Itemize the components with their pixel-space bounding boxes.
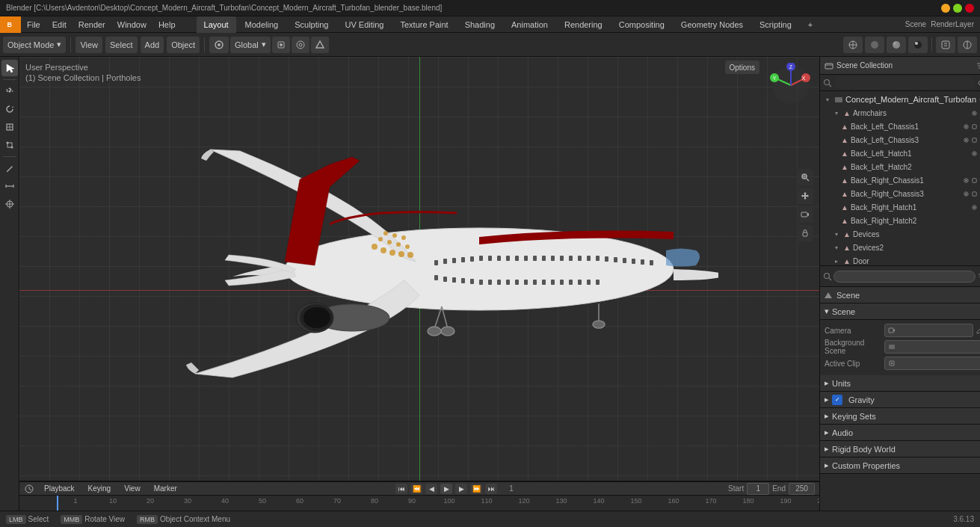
list-item[interactable]: ▸ ▲ Door [820, 254, 980, 265]
menu-window[interactable]: Window [111, 16, 152, 33]
vis-icon[interactable] [971, 150, 978, 157]
collection-root-item[interactable]: ▾ Concept_Modern_Aircraft_Turbofan [820, 93, 980, 106]
menu-help[interactable]: Help [152, 16, 182, 33]
tab-uv-editing[interactable]: UV Editing [337, 16, 391, 33]
render-icon[interactable] [971, 123, 978, 130]
item-toggle[interactable]: ▾ [832, 229, 841, 238]
close-button[interactable] [965, 4, 974, 13]
solid-btn[interactable] [865, 37, 884, 53]
gravity-checkbox[interactable]: ✓ [832, 395, 842, 405]
vis-icon[interactable] [971, 110, 978, 117]
render-icon[interactable] [971, 137, 978, 144]
props-filter-icon[interactable] [977, 272, 980, 281]
tab-texture-paint[interactable]: Texture Paint [392, 16, 455, 33]
camera-value[interactable] [884, 324, 973, 337]
timeline-body[interactable]: 1 10 20 30 40 50 60 70 80 90 100 110 [19, 496, 819, 511]
gizmo-btn[interactable] [958, 37, 977, 53]
menu-file[interactable]: File [21, 16, 46, 33]
section-rigid-body[interactable]: ▸ Rigid Body World [820, 441, 980, 457]
overlay-btn[interactable] [936, 37, 955, 53]
select-menu[interactable]: Select [105, 37, 138, 53]
render-icon[interactable] [971, 191, 978, 197]
vis-icon[interactable] [963, 191, 970, 197]
maximize-button[interactable] [953, 4, 962, 13]
list-item[interactable]: ▲ Back_Left_Hatch2 [820, 160, 980, 173]
tool-cursor[interactable] [1, 196, 18, 212]
keying-menu[interactable]: Keying [84, 482, 115, 496]
prev-frame-btn[interactable]: ◀ [425, 484, 437, 494]
collection-search-input[interactable] [834, 77, 975, 89]
jump-start-btn[interactable]: ⏮ [395, 484, 407, 494]
list-item[interactable]: ▲ Back_Right_Hatch2 [820, 214, 980, 227]
root-toggle[interactable]: ▾ [823, 95, 832, 104]
add-menu[interactable]: Add [141, 37, 164, 53]
play-btn[interactable]: ▶ [440, 484, 452, 494]
section-gravity[interactable]: ▸ ✓ Gravity [820, 392, 980, 408]
list-item[interactable]: ▾ ▲ Armchairs [820, 106, 980, 120]
list-item[interactable]: ▲ Back_Left_Chassis3 [820, 133, 980, 147]
lock-btn[interactable] [797, 225, 813, 241]
end-frame-input[interactable]: 250 [789, 483, 815, 495]
tab-sculpting[interactable]: Sculpting [287, 16, 336, 33]
tool-rotate[interactable] [1, 101, 18, 117]
list-item[interactable]: ▲ Back_Right_Chassis1 [820, 173, 980, 187]
tool-measure[interactable] [1, 178, 18, 194]
wireframe-btn[interactable] [843, 37, 863, 53]
item-toggle[interactable]: ▾ [832, 243, 841, 252]
tool-scale[interactable] [1, 119, 18, 135]
clip-value[interactable] [884, 357, 980, 370]
list-item[interactable]: ▲ Back_Left_Chassis1 [820, 120, 980, 133]
section-scene[interactable]: ▾ Scene [820, 303, 980, 320]
rendered-btn[interactable] [908, 37, 928, 53]
list-item[interactable]: ▲ Back_Right_Chassis3 [820, 187, 980, 200]
section-units[interactable]: ▸ Units [820, 375, 980, 392]
next-frame-btn[interactable]: ▶ [455, 484, 467, 494]
minimize-button[interactable] [941, 4, 950, 13]
options-button[interactable]: Options [725, 61, 759, 74]
tool-transform[interactable] [1, 137, 18, 153]
playback-menu[interactable]: Playback [40, 482, 78, 496]
menu-edit[interactable]: Edit [46, 16, 73, 33]
jump-prev-btn[interactable]: ⏪ [410, 484, 422, 494]
transform-pivot[interactable] [272, 37, 290, 53]
tab-shading[interactable]: Shading [457, 16, 502, 33]
tool-annotate[interactable] [1, 160, 18, 176]
tab-rendering[interactable]: Rendering [557, 16, 610, 33]
viewport[interactable]: User Perspective (1) Scene Collection | … [19, 57, 819, 481]
viewport-gizmo[interactable]: X Y Z [768, 63, 813, 108]
item-toggle[interactable]: ▾ [832, 108, 841, 117]
tab-layout[interactable]: Layout [197, 16, 236, 33]
lookdev-btn[interactable] [887, 37, 906, 53]
tab-compositing[interactable]: Compositing [611, 16, 672, 33]
item-toggle[interactable]: ▸ [832, 256, 841, 265]
transform-orientation[interactable]: Global ▾ [230, 37, 271, 53]
start-frame-input[interactable]: 1 [747, 483, 769, 495]
tab-geometry-nodes[interactable]: Geometry Nodes [674, 16, 751, 33]
zoom-btn[interactable] [797, 169, 813, 185]
list-item[interactable]: ▾ ▲ Devices [820, 227, 980, 241]
props-search-input[interactable] [833, 271, 976, 283]
section-audio[interactable]: ▸ Audio [820, 425, 980, 441]
tab-scripting[interactable]: Scripting [752, 16, 799, 33]
marker-menu[interactable]: Marker [150, 482, 181, 496]
proportional-edit[interactable] [292, 37, 309, 53]
vis-icon[interactable] [963, 177, 970, 184]
vis-icon[interactable] [963, 137, 970, 144]
object-menu[interactable]: Object [167, 37, 200, 53]
tool-move[interactable] [1, 83, 18, 99]
view-menu-tl[interactable]: View [120, 482, 144, 496]
render-icon[interactable] [971, 177, 978, 184]
section-keying[interactable]: ▸ Keying Sets [820, 408, 980, 425]
list-item[interactable]: ▾ ▲ Devices2 [820, 241, 980, 254]
list-item[interactable]: ▲ Back_Right_Hatch1 [820, 200, 980, 214]
tool-select[interactable] [1, 60, 18, 76]
list-item[interactable]: ▲ Back_Left_Hatch1 [820, 147, 980, 160]
vis-icon[interactable] [971, 204, 978, 211]
pan-btn[interactable] [797, 188, 813, 204]
camera-btn[interactable] [797, 206, 813, 223]
jump-next-btn[interactable]: ⏩ [470, 484, 482, 494]
tab-add[interactable]: + [801, 16, 820, 33]
edit-icon[interactable] [976, 326, 980, 335]
filter-icon[interactable] [976, 61, 980, 70]
menu-render[interactable]: Render [73, 16, 111, 33]
